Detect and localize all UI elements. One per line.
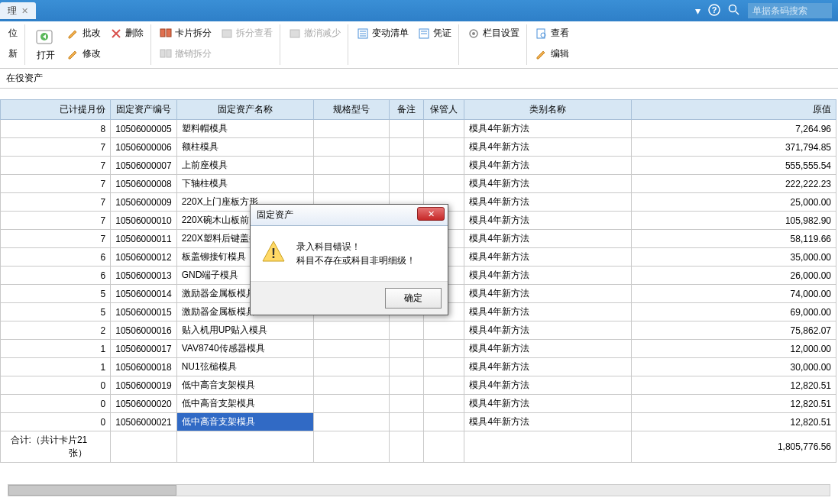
voucher-icon	[418, 27, 430, 40]
header-spec[interactable]: 规格型号	[313, 100, 389, 120]
card-split-button[interactable]: 卡片拆分	[159, 26, 212, 40]
search-icon	[535, 27, 548, 40]
view-icon	[221, 27, 233, 40]
svg-point-20	[472, 32, 475, 35]
view-button[interactable]: 查看	[535, 26, 570, 40]
split-view-button: 拆分查看	[220, 26, 273, 40]
revoke-reduce-icon	[289, 27, 301, 40]
delete-button[interactable]: 删除	[109, 26, 144, 40]
refresh-button[interactable]: 新	[8, 47, 18, 61]
header-category[interactable]: 类别名称	[464, 100, 631, 120]
new-button[interactable]: 位	[8, 26, 18, 40]
pencil-icon	[535, 48, 548, 60]
header-value[interactable]: 原值	[631, 100, 836, 120]
open-button[interactable]: 打开	[33, 26, 59, 63]
list-icon	[357, 27, 369, 40]
table-row[interactable]: 210506000016贴入机用UP贴入模具模具4年新方法75,862.07	[1, 321, 836, 340]
title-bar: 理 ✕ ▾ ?	[0, 0, 838, 21]
voucher-button[interactable]: 凭证	[417, 26, 452, 40]
table-row[interactable]: 110506000018NU1弦槌模具模具4年新方法30,000.00	[1, 358, 836, 376]
ribbon-toolbar: 位 新 打开 批改 修改 删除 卡片拆分 撤销拆分 拆分查看 撤消减少 变动清	[0, 21, 838, 69]
help-icon[interactable]: ?	[708, 4, 720, 18]
search-input[interactable]	[748, 3, 832, 18]
split-icon	[160, 27, 172, 40]
header-name[interactable]: 固定资产名称	[176, 100, 313, 120]
svg-point-2	[730, 5, 736, 11]
summary-row: 合计:（共计卡片21张）1,805,776.56	[1, 431, 836, 463]
header-id[interactable]: 固定资产编号	[111, 100, 176, 120]
table-row[interactable]: 710506000006额柱模具模具4年新方法371,794.85	[1, 138, 836, 157]
delete-icon	[110, 27, 122, 40]
horizontal-scrollbar[interactable]	[8, 484, 830, 496]
edit2-button[interactable]: 编辑	[535, 47, 570, 61]
table-row[interactable]: 710506000007上前座模具模具4年新方法555,555.54	[1, 157, 836, 175]
svg-rect-6	[160, 29, 165, 37]
section-title: 在役资产	[0, 69, 838, 89]
pencil-icon	[67, 27, 79, 40]
search-icon[interactable]	[728, 4, 740, 18]
tab-close-icon[interactable]: ✕	[21, 6, 28, 16]
header-keeper[interactable]: 保管人	[423, 100, 464, 120]
header-month[interactable]: 已计提月份	[1, 100, 111, 120]
revoke-icon	[160, 48, 172, 60]
table-row[interactable]: 010506000020低中高音支架模具模具4年新方法12,820.51	[1, 395, 836, 413]
change-list-button[interactable]: 变动清单	[356, 26, 409, 40]
svg-rect-10	[222, 30, 231, 37]
batch-edit-button[interactable]: 批改	[66, 26, 102, 40]
table-row[interactable]: 110506000017VAV8740传感器模具模具4年新方法12,000.00	[1, 340, 836, 358]
tab-label: 理	[8, 5, 17, 18]
svg-line-3	[736, 11, 739, 15]
dialog-close-button[interactable]: ✕	[417, 207, 445, 221]
dialog-title: 固定资产	[257, 208, 293, 221]
svg-text:!: !	[271, 246, 276, 261]
open-icon	[34, 27, 57, 47]
scrollbar-thumb[interactable]	[8, 485, 176, 496]
table-row[interactable]: 010506000019低中高音支架模具模具4年新方法12,820.51	[1, 376, 836, 395]
svg-rect-9	[167, 50, 171, 57]
dialog-ok-button[interactable]: 确定	[385, 288, 442, 309]
svg-text:?: ?	[712, 5, 717, 15]
warning-icon: !	[261, 240, 286, 264]
table-row[interactable]: 710506000008下轴柱模具模具4年新方法222,222.23	[1, 175, 836, 193]
revoke-reduce-button: 撤消减少	[288, 26, 341, 40]
svg-rect-8	[160, 50, 165, 57]
gear-icon	[468, 27, 480, 40]
tab-asset-mgmt[interactable]: 理 ✕	[0, 2, 36, 19]
dialog-title-bar[interactable]: 固定资产 ✕	[251, 205, 448, 226]
edit-button[interactable]: 修改	[66, 47, 102, 61]
table-row[interactable]: 810506000005塑料帽模具模具4年新方法7,264.96	[1, 120, 836, 138]
header-remark[interactable]: 备注	[389, 100, 423, 120]
column-set-button[interactable]: 栏目设置	[467, 26, 520, 40]
error-dialog: 固定资产 ✕ ! 录入科目错误！ 科目不存在或科目非明细级！ 确定	[250, 204, 448, 315]
svg-rect-7	[167, 29, 171, 37]
svg-rect-11	[290, 30, 299, 37]
svg-rect-21	[537, 29, 545, 38]
dropdown-icon[interactable]: ▾	[695, 5, 700, 17]
dialog-message: 录入科目错误！ 科目不存在或科目非明细级！	[296, 240, 416, 267]
split-revoke-button: 撤销拆分	[159, 47, 212, 61]
table-row[interactable]: 010506000021低中高音支架模具模具4年新方法12,820.51	[1, 413, 836, 431]
pencil-icon	[67, 48, 79, 60]
